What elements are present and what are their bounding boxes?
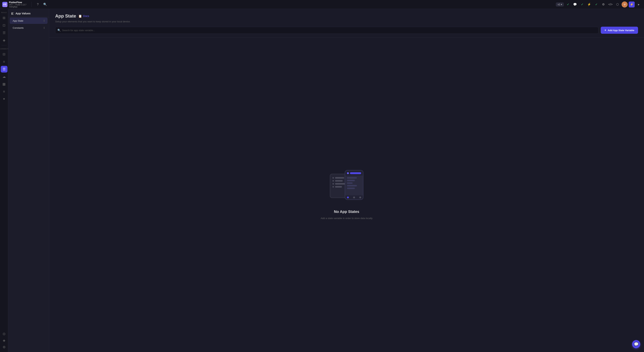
info-icon-app-state: ℹ [44,19,44,22]
sidebar-bottom: ◎ ◈ ⚙ [1,330,8,350]
sidebar-item-cloud[interactable]: ☁ [1,73,8,80]
integrations-icon: ✦ [2,97,6,101]
page-title: App State [55,14,76,19]
content-header: App State 📋 Docs [49,9,644,19]
icon-sidebar: Build ⊞ ⊡ ☰ ◈ Connect ⊟ ≡ ☰ ☁ ▦ ≡ [0,9,8,352]
code-button[interactable]: </> [608,2,614,8]
lightning-bolt-icon[interactable]: ⚡ [586,2,592,8]
sidebar-item-media[interactable]: ▦ [1,81,8,88]
expand-button[interactable]: ▸ [636,2,642,8]
app-values-header-icon: ◧ [11,12,14,15]
sidebar-item-integrations[interactable]: ✦ [1,96,8,102]
sidebar-item-api[interactable]: ≡ [1,58,8,65]
external-link-button[interactable]: ⬡ [614,2,620,8]
check-button-1[interactable]: ✓ [565,2,571,8]
search-icon: 🔍 [58,29,60,32]
nav-separator [32,2,32,7]
actions-icon: ≡ [3,90,5,94]
page-subtitle: Setup your elements that you want to kee… [49,19,644,27]
empty-illustration [330,170,364,204]
main-layout: Build ⊞ ⊡ ☰ ◈ Connect ⊟ ≡ ☰ ☁ ▦ ≡ [0,9,644,352]
main-content: App State 📋 Docs Setup your elements tha… [49,9,644,352]
widgets-icon: ⊡ [2,23,6,28]
logo: FF FlutterFlow v4.0 — Flutter 3.13.7 Vot… [2,1,26,8]
chat-bubble-icon: 💬 [634,342,638,346]
chat-support-button[interactable]: 💬 [632,340,640,348]
cloud-icon: ☁ [2,74,6,79]
help-button[interactable]: ? [35,2,41,8]
chat-button[interactable]: 💬 [572,2,578,8]
nav-item-app-state[interactable]: App State ℹ [10,18,48,24]
logo-text: FlutterFlow v4.0 — Flutter 3.13.7 Voting… [9,1,26,8]
api-icon: ≡ [3,60,5,64]
analytics-icon: ◎ [2,332,6,336]
info-icon-constants: ℹ [44,26,44,29]
search-wrapper: 🔍 [55,27,598,34]
sidebar-item-database[interactable]: ⊟ [1,51,8,58]
user-avatar[interactable]: U [622,2,628,8]
empty-title: No App States [334,210,359,214]
sidebar-item-active[interactable]: ☰ [1,66,8,72]
sidebar-item-pages[interactable]: ⊞ [1,14,8,21]
search-add-row: 🔍 + Add App State Variable [49,27,644,38]
check-button-3[interactable]: ✓ [593,2,599,8]
empty-subtitle: Add a state variable in order to store d… [321,217,372,220]
sidebar-divider [2,45,7,45]
connect-label: Connect [0,48,8,50]
top-navigation: FF FlutterFlow v4.0 — Flutter 3.13.7 Vot… [0,0,644,9]
left-panel-header: ◧ App Values [8,9,49,17]
run-button[interactable]: ⚡ [629,2,635,8]
sidebar-item-ai[interactable]: ◈ [1,337,8,344]
nav-item-constants[interactable]: Constants ℹ [10,24,48,31]
top-nav-right: v1 ▾ ✓ 💬 ✓ ⚡ ✓ ⚙ </> ⬡ U ⚡ ▸ [556,2,642,8]
check-button-2[interactable]: ✓ [579,2,585,8]
docs-icon: 📋 [78,14,82,18]
app-version: v4.0 — Flutter 3.13.7 VotingApp [9,4,26,8]
list-icon: ☰ [2,31,6,35]
search-input[interactable] [55,27,598,34]
pages-icon: ⊞ [2,16,6,20]
sidebar-item-settings[interactable]: ⚙ [1,344,8,350]
device-front-illustration [345,170,364,200]
build-label: Build [1,12,7,14]
sidebar-item-widgets[interactable]: ⊡ [1,22,8,29]
chevron-down-icon: ▾ [561,3,562,6]
settings-cog-button[interactable]: ⚙ [600,2,606,8]
docs-button[interactable]: 📋 Docs [78,14,89,18]
ai-icon: ◈ [3,338,6,342]
empty-state: No App States Add a state variable in or… [49,38,644,352]
sidebar-item-analytics[interactable]: ◎ [1,330,8,337]
media-icon: ▦ [2,82,6,86]
sidebar-item-app-values[interactable]: ☰ [1,30,8,36]
sidebar-item-theme[interactable]: ◈ [1,37,8,44]
search-button[interactable]: 🔍 [42,2,48,8]
plus-icon: + [604,28,606,32]
app-name: FlutterFlow [9,1,26,4]
left-panel-title: App Values [16,12,30,15]
database-icon: ⊟ [2,52,6,56]
theme-icon: ◈ [3,38,6,42]
add-app-state-variable-button[interactable]: + Add App State Variable [601,27,638,34]
logo-icon: FF [2,2,8,7]
left-panel: ◧ App Values App State ℹ Constants ℹ [8,9,49,352]
sidebar-item-actions[interactable]: ≡ [1,88,8,95]
gear-icon: ⚙ [2,345,6,349]
version-selector[interactable]: v1 ▾ [556,2,564,6]
active-icon: ☰ [2,67,6,71]
